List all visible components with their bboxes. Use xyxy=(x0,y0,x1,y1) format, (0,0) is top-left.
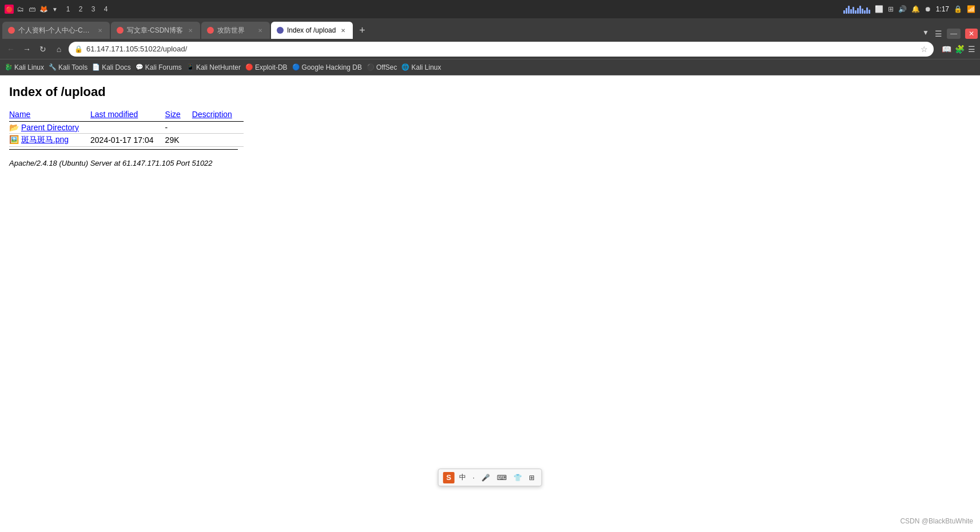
ime-mic-btn[interactable]: 🎤 xyxy=(479,473,492,483)
window-close[interactable]: ✕ xyxy=(965,29,978,39)
lock-icon: 🔒 xyxy=(954,5,962,13)
bookmark-star-icon[interactable]: ☆ xyxy=(921,45,928,54)
bookmark-kali-linux[interactable]: 🐉 Kali Linux xyxy=(5,63,44,71)
bookmark-kali-docs[interactable]: 📄 Kali Docs xyxy=(92,63,131,71)
forward-button[interactable]: → xyxy=(21,43,33,55)
ime-grid-btn[interactable]: ⊞ xyxy=(527,473,537,483)
window-control-box[interactable]: ⬜ xyxy=(875,5,883,13)
directory-table: Name Last modified Size Description 📂 Pa… xyxy=(9,109,244,147)
home-button[interactable]: ⌂ xyxy=(53,43,65,55)
bookmark-label-nethunter: Kali NetHunter xyxy=(196,63,241,71)
tab-index-upload[interactable]: Index of /upload ✕ xyxy=(271,22,353,39)
folder-up-icon: 📂 xyxy=(9,123,19,132)
server-info: Apache/2.4.18 (Ubuntu) Server at 61.147.… xyxy=(9,159,971,167)
tab-label-2: 写文章-CSDN博客 xyxy=(127,26,183,35)
sort-by-description-link[interactable]: Description xyxy=(192,110,232,119)
wifi-icon[interactable]: 📶 xyxy=(967,5,975,13)
bookmark-label-kali-tools: Kali Tools xyxy=(58,63,87,71)
table-header-row: Name Last modified Size Description xyxy=(9,109,244,122)
sort-by-name-link[interactable]: Name xyxy=(9,110,30,119)
table-row: 🖼️ 斑马斑马.png 2024-01-17 17:04 29K xyxy=(9,134,244,147)
ime-dot-btn[interactable]: · xyxy=(471,473,477,483)
bookmark-label-offsec: OffSec xyxy=(376,63,397,71)
col-header-last-modified: Last modified xyxy=(90,109,165,122)
bookmark-label-kali-docs: Kali Docs xyxy=(102,63,131,71)
sort-by-modified-link[interactable]: Last modified xyxy=(90,110,138,119)
system-record[interactable]: ⏺ xyxy=(925,5,931,13)
system-bell[interactable]: 🔔 xyxy=(911,5,920,13)
parent-directory-link[interactable]: Parent Directory xyxy=(21,123,79,132)
window-menu-button[interactable]: ☰ xyxy=(935,29,942,38)
ime-skin-btn[interactable]: 👕 xyxy=(511,473,524,483)
bookmark-google-hacking[interactable]: 🔵 Google Hacking DB xyxy=(292,63,362,71)
navbar-right: 📖 🧩 ☰ xyxy=(942,45,975,54)
system-audio[interactable]: 🔊 xyxy=(898,5,907,13)
time-display: 1:17 xyxy=(936,5,949,13)
security-icon: 🔒 xyxy=(74,45,83,53)
address-bar[interactable]: 🔒 61.147.171.105:51022/upload/ ☆ xyxy=(69,42,934,57)
bookmark-exploit-db[interactable]: 🔴 Exploit-DB xyxy=(245,63,288,71)
bookmark-label-kali-linux-2: Kali Linux xyxy=(411,63,441,71)
reading-list-icon[interactable]: 📖 xyxy=(942,45,951,54)
titlebar-right: ⬜ ⊞ 🔊 🔔 ⏺ 1:17 🔒 📶 xyxy=(843,5,975,14)
kali-tools-icon: 🔧 xyxy=(49,63,57,71)
tab-close-2[interactable]: ✕ xyxy=(186,26,194,34)
google-hacking-icon: 🔵 xyxy=(292,63,300,71)
bookmark-kali-tools[interactable]: 🔧 Kali Tools xyxy=(49,63,87,71)
num-2: 2 xyxy=(75,5,86,13)
back-button[interactable]: ← xyxy=(5,43,17,55)
num-3: 3 xyxy=(88,5,98,13)
tab-favicon-2 xyxy=(117,27,124,34)
tab-close-1[interactable]: ✕ xyxy=(96,26,104,34)
bookmark-label-google-hacking: Google Hacking DB xyxy=(302,63,362,71)
window-minimize[interactable]: — xyxy=(947,29,961,39)
reload-button[interactable]: ↻ xyxy=(37,43,49,55)
bookmark-nethunter[interactable]: 📱 Kali NetHunter xyxy=(186,63,241,71)
tab-label-1: 个人资料-个人中心-CSDN xyxy=(18,26,93,35)
exploit-db-icon: 🔴 xyxy=(245,63,253,71)
num-1: 1 xyxy=(63,5,73,13)
kali-linux-2-icon: 🌐 xyxy=(401,63,409,71)
offsec-icon: ⚫ xyxy=(366,63,375,71)
new-tab-button[interactable]: + xyxy=(354,22,370,39)
bookmark-label-kali-linux: Kali Linux xyxy=(14,63,44,71)
num-4: 4 xyxy=(101,5,111,13)
tab-csdn-profile[interactable]: 个人资料-个人中心-CSDN ✕ xyxy=(2,22,110,39)
app-icon-fire[interactable]: 🦊 xyxy=(39,5,48,14)
tab-csdn-write[interactable]: 写文章-CSDN博客 ✕ xyxy=(111,22,200,39)
address-text: 61.147.171.105:51022/upload/ xyxy=(86,45,917,53)
app-icon-scroll[interactable]: ▼ xyxy=(50,5,59,14)
extensions-icon[interactable]: 🧩 xyxy=(955,45,965,54)
bookmark-label-kali-forums: Kali Forums xyxy=(145,63,182,71)
ime-toolbar: S 中 · 🎤 ⌨ 👕 ⊞ xyxy=(438,469,542,486)
app-icon-1[interactable]: 🔴 xyxy=(5,5,14,14)
page-title: Index of /upload xyxy=(9,85,971,99)
browser-menu-icon[interactable]: ☰ xyxy=(968,45,975,54)
app-icon-3[interactable]: 🗃 xyxy=(27,5,37,14)
tab-favicon-3 xyxy=(207,27,214,34)
titlebar: 🔴 🗂 🗃 🦊 ▼ 1 2 3 4 ⬜ ⊞ 🔊 🔔 ⏺ 1:17 xyxy=(0,0,980,18)
ime-logo[interactable]: S xyxy=(443,472,455,483)
bookmark-kali-forums[interactable]: 💬 Kali Forums xyxy=(136,63,182,71)
kali-linux-icon: 🐉 xyxy=(5,63,13,71)
navbar: ← → ↻ ⌂ 🔒 61.147.171.105:51022/upload/ ☆… xyxy=(0,39,980,59)
bookmark-kali-linux-2[interactable]: 🌐 Kali Linux xyxy=(401,63,441,71)
tabs-overflow-button[interactable]: ▼ xyxy=(920,26,931,39)
sort-by-size-link[interactable]: Size xyxy=(165,110,181,119)
bookmark-offsec[interactable]: ⚫ OffSec xyxy=(366,63,397,71)
ime-keyboard-btn[interactable]: ⌨ xyxy=(495,473,509,483)
file-link[interactable]: 斑马斑马.png xyxy=(21,135,69,144)
watermark: CSDN @BlackBtuWhite xyxy=(900,517,973,525)
tab-close-3[interactable]: ✕ xyxy=(256,26,264,34)
tab-close-4[interactable]: ✕ xyxy=(339,26,347,34)
ime-chinese-btn[interactable]: 中 xyxy=(457,471,468,483)
app-icon-2[interactable]: 🗂 xyxy=(16,5,25,14)
page-content: Index of /upload Name Last modified Size… xyxy=(0,75,980,532)
cell-parent-modified xyxy=(90,122,165,134)
window-control-grid[interactable]: ⊞ xyxy=(888,5,894,13)
tab-attack-world[interactable]: 攻防世界 ✕ xyxy=(201,22,270,39)
col-header-name: Name xyxy=(9,109,90,122)
cell-file-size: 29K xyxy=(165,134,192,147)
bookmarks-bar: 🐉 Kali Linux 🔧 Kali Tools 📄 Kali Docs 💬 … xyxy=(0,59,980,75)
cell-file-modified: 2024-01-17 17:04 xyxy=(90,134,165,147)
